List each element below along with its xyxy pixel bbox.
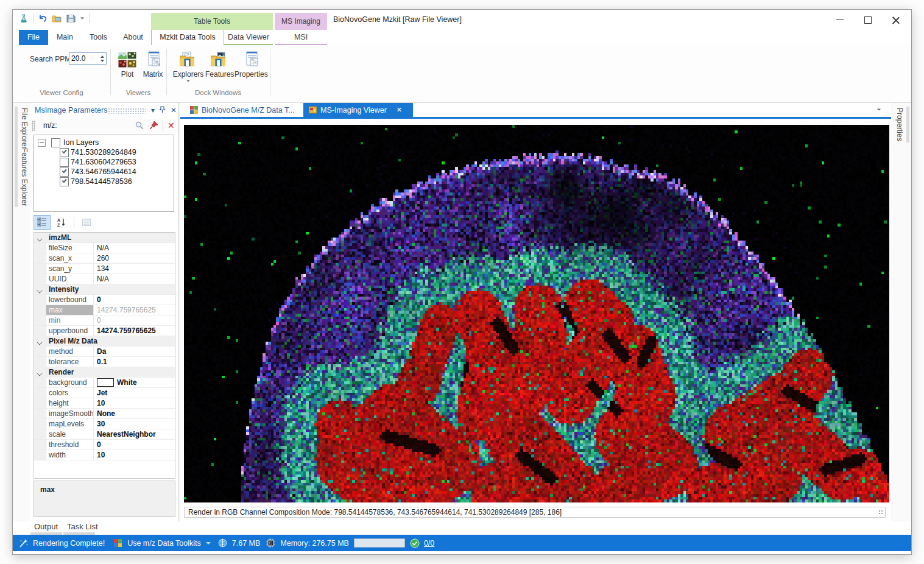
panel-pin-icon[interactable] — [159, 106, 169, 113]
property-value[interactable]: 0 — [94, 315, 175, 325]
property-value[interactable]: 14274.759765625 — [94, 305, 175, 315]
property-row-min[interactable]: min0 — [34, 315, 175, 326]
ion-layer-checkbox[interactable] — [60, 148, 69, 157]
toolbar-grip[interactable] — [32, 121, 35, 131]
property-row-scale[interactable]: scaleNearestNeighbor — [34, 429, 175, 440]
open-folder-icon[interactable] — [52, 14, 62, 23]
grid-category-imzml[interactable]: imzML — [34, 233, 175, 243]
category-collapse-icon[interactable] — [34, 336, 46, 346]
search-ppm-spinner[interactable] — [101, 53, 106, 64]
property-row-upperbound[interactable]: upperbound14274.759765625 — [34, 326, 175, 336]
ribbon-tab-msi[interactable]: MSI — [275, 30, 327, 45]
categorized-view-button[interactable] — [34, 215, 51, 230]
property-value[interactable]: 14274.759765625 — [94, 326, 175, 336]
ion-layer-checkbox[interactable] — [60, 158, 69, 167]
property-value[interactable]: Jet — [94, 388, 175, 398]
property-row-filesize[interactable]: fileSizeN/A — [34, 243, 175, 253]
undo-icon[interactable] — [38, 13, 48, 23]
property-row-max[interactable]: max14274.759765625 — [34, 305, 175, 315]
document-tab-active[interactable]: MS-Imaging Viewer✕ — [303, 103, 413, 117]
toolkit-label[interactable]: Use m/z Data Toolkits — [127, 539, 201, 548]
side-tab-file-explorer[interactable]: File Explorer — [15, 107, 31, 150]
tasks-count-link[interactable]: 0/0 — [424, 539, 434, 548]
msi-image-viewport[interactable] — [184, 125, 889, 502]
grid-category-pixel-m-z-data[interactable]: Pixel M/z Data — [34, 336, 175, 347]
close-button[interactable] — [882, 10, 910, 30]
tab-close-icon[interactable]: ✕ — [397, 106, 402, 114]
mz-pin-icon[interactable] — [149, 121, 158, 130]
property-row-scan_y[interactable]: scan_y134 — [34, 264, 175, 274]
category-collapse-icon[interactable] — [34, 233, 46, 242]
tree-root-row[interactable]: Ion Layers — [34, 138, 174, 147]
ion-layer-checkbox[interactable] — [60, 167, 69, 177]
ion-layer-row[interactable]: 743.546765944614 — [34, 167, 174, 177]
property-value[interactable]: 0 — [94, 295, 175, 305]
property-row-method[interactable]: methodDa — [34, 347, 175, 357]
property-grid[interactable]: imzMLfileSizeN/Ascan_x260scan_y134UUIDN/… — [34, 232, 175, 479]
property-row-maplevels[interactable]: mapLevels30 — [34, 419, 175, 429]
msi-canvas[interactable] — [184, 125, 889, 502]
matrix-button[interactable]: 123456 Matrix — [139, 51, 166, 79]
property-value[interactable]: 134 — [94, 264, 175, 273]
ribbon-tab-main[interactable]: Main — [48, 30, 82, 45]
side-tab-features-explorer[interactable]: Features Explorer — [15, 147, 31, 207]
bottom-tab-output[interactable]: Output — [34, 522, 58, 531]
property-row-scan_x[interactable]: scan_x260 — [34, 253, 175, 264]
property-row-colors[interactable]: colorsJet — [34, 388, 175, 398]
explorers-button[interactable]: Explorers — [172, 51, 204, 82]
bottom-tab-task-list[interactable]: Task List — [67, 522, 98, 531]
ribbon-tab-mzkit-data-tools[interactable]: Mzkit Data Tools — [151, 30, 224, 45]
properties-button[interactable]: ab12 Properties — [235, 51, 267, 79]
panel-menu-dropdown-icon[interactable]: ▾ — [148, 106, 158, 115]
property-value[interactable]: None — [94, 409, 175, 418]
panel-header[interactable]: MsImage Parameters ▾ ✕ — [30, 103, 178, 119]
property-row-threshold[interactable]: threshold0 — [34, 440, 175, 450]
features-button[interactable]: Features — [205, 51, 233, 79]
category-collapse-icon[interactable] — [34, 367, 46, 377]
tree-expander-icon[interactable] — [38, 139, 46, 147]
mz-clear-icon[interactable]: ✕ — [168, 121, 175, 130]
property-row-width[interactable]: width10 — [34, 450, 175, 460]
save-icon[interactable] — [66, 14, 76, 23]
plot-button[interactable]: Plot — [114, 51, 141, 79]
ion-layer-row[interactable]: 741.530289264849 — [34, 147, 174, 157]
grid-category-intensity[interactable]: Intensity — [34, 284, 175, 295]
document-tab-inactive[interactable]: BioNovoGene M/Z Data T... — [185, 103, 300, 117]
property-row-background[interactable]: backgroundWhite — [34, 378, 175, 388]
category-collapse-icon[interactable] — [34, 284, 46, 294]
property-value[interactable]: Da — [94, 347, 175, 356]
grid-category-render[interactable]: Render — [34, 367, 175, 378]
property-row-lowerbound[interactable]: lowerbound0 — [34, 295, 175, 305]
maximize-button[interactable] — [854, 10, 882, 30]
minimize-button[interactable] — [826, 10, 854, 30]
qat-dropdown-icon[interactable] — [80, 17, 84, 19]
property-row-uuid[interactable]: UUIDN/A — [34, 274, 175, 284]
ion-layer-row[interactable]: 798.54144578536 — [34, 177, 174, 186]
property-value[interactable]: NearestNeighbor — [94, 429, 175, 439]
ribbon-tab-file[interactable]: File — [19, 30, 48, 45]
ion-layer-row[interactable]: 741.630604279653 — [34, 157, 174, 167]
property-value[interactable]: 10 — [94, 450, 175, 460]
property-value[interactable]: White — [94, 378, 175, 387]
property-row-height[interactable]: height10 — [34, 398, 175, 409]
ribbon-tab-about[interactable]: About — [115, 30, 151, 45]
ribbon-tab-data-viewer[interactable]: Data Viewer — [224, 30, 273, 45]
ion-layer-checkbox[interactable] — [60, 177, 69, 186]
property-row-imagesmooth[interactable]: imageSmoothNone — [34, 409, 175, 419]
property-value[interactable]: 30 — [94, 419, 175, 429]
property-value[interactable]: 10 — [94, 398, 175, 408]
property-value[interactable]: N/A — [94, 274, 175, 284]
toolkit-dropdown-icon[interactable] — [206, 542, 211, 545]
resize-grip-icon[interactable] — [878, 510, 884, 515]
property-value[interactable]: N/A — [94, 243, 175, 253]
property-row-tolerance[interactable]: tolerance0.1 — [34, 357, 175, 367]
property-value[interactable]: 0.1 — [94, 357, 175, 367]
property-value[interactable]: 260 — [94, 253, 175, 263]
alphabetical-sort-button[interactable]: AZ — [53, 215, 70, 230]
ion-layers-tree[interactable]: Ion Layers 741.530289264849741.630604279… — [34, 135, 174, 212]
search-ppm-value[interactable] — [69, 53, 99, 64]
property-value[interactable]: 0 — [94, 440, 175, 449]
mz-search-icon[interactable] — [135, 121, 144, 130]
contextual-header-ms-imaging[interactable]: MS Imaging — [275, 13, 327, 30]
panel-close-icon[interactable]: ✕ — [169, 106, 178, 115]
